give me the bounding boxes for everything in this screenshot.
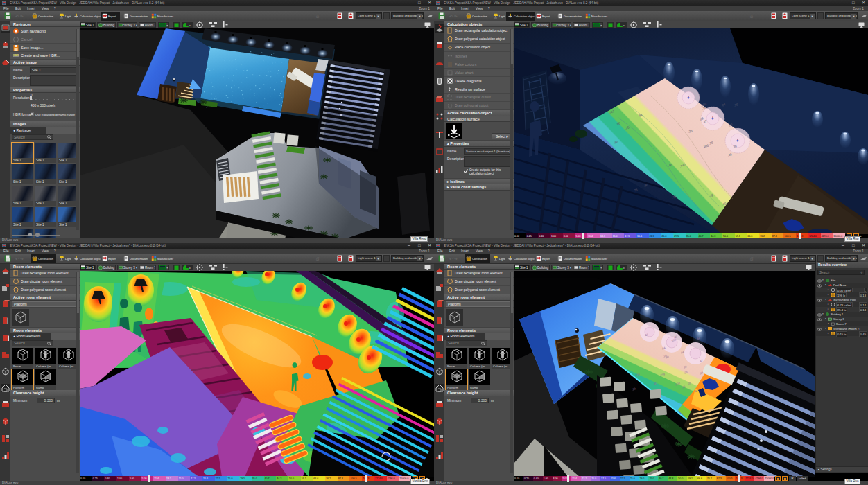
svg-text:HDR: HDR [14,54,19,57]
